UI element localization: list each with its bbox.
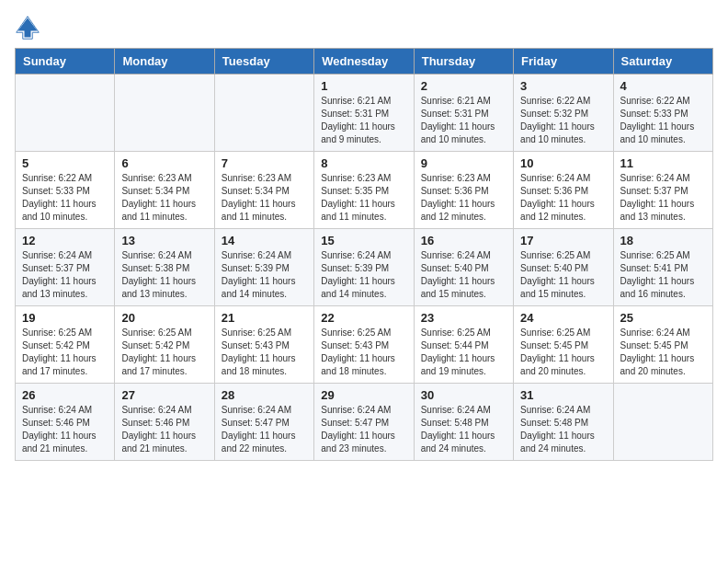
day-cell: 29Sunrise: 6:24 AM Sunset: 5:47 PM Dayli… <box>314 384 414 461</box>
day-number: 8 <box>321 156 406 170</box>
day-info: Sunrise: 6:25 AM Sunset: 5:43 PM Dayligh… <box>321 327 406 378</box>
header-day-sunday: Sunday <box>16 49 115 75</box>
day-cell: 21Sunrise: 6:25 AM Sunset: 5:43 PM Dayli… <box>214 306 313 384</box>
day-info: Sunrise: 6:24 AM Sunset: 5:39 PM Dayligh… <box>321 249 406 301</box>
day-info: Sunrise: 6:24 AM Sunset: 5:47 PM Dayligh… <box>222 404 307 455</box>
day-cell: 18Sunrise: 6:25 AM Sunset: 5:41 PM Dayli… <box>613 229 712 306</box>
day-cell: 24Sunrise: 6:25 AM Sunset: 5:45 PM Dayli… <box>514 306 613 384</box>
day-cell: 12Sunrise: 6:24 AM Sunset: 5:37 PM Dayli… <box>16 229 115 306</box>
day-cell: 6Sunrise: 6:23 AM Sunset: 5:34 PM Daylig… <box>115 152 214 229</box>
day-cell: 15Sunrise: 6:24 AM Sunset: 5:39 PM Dayli… <box>314 229 414 306</box>
day-info: Sunrise: 6:25 AM Sunset: 5:45 PM Dayligh… <box>520 327 606 378</box>
week-row-5: 26Sunrise: 6:24 AM Sunset: 5:46 PM Dayli… <box>16 384 713 461</box>
logo <box>15 15 44 40</box>
day-cell: 28Sunrise: 6:24 AM Sunset: 5:47 PM Dayli… <box>214 384 313 461</box>
day-cell <box>115 75 214 152</box>
day-number: 28 <box>222 388 307 402</box>
day-cell: 22Sunrise: 6:25 AM Sunset: 5:43 PM Dayli… <box>314 306 414 384</box>
day-number: 21 <box>222 311 307 325</box>
day-cell: 4Sunrise: 6:22 AM Sunset: 5:33 PM Daylig… <box>613 75 712 152</box>
day-number: 16 <box>421 234 506 247</box>
day-info: Sunrise: 6:24 AM Sunset: 5:48 PM Dayligh… <box>421 404 506 455</box>
day-number: 6 <box>121 156 207 170</box>
svg-marker-0 <box>18 18 38 38</box>
day-info: Sunrise: 6:24 AM Sunset: 5:47 PM Dayligh… <box>321 404 406 455</box>
day-number: 5 <box>22 156 108 170</box>
day-number: 27 <box>121 388 207 402</box>
day-info: Sunrise: 6:24 AM Sunset: 5:45 PM Dayligh… <box>620 327 706 378</box>
calendar-header: SundayMondayTuesdayWednesdayThursdayFrid… <box>16 49 713 75</box>
day-info: Sunrise: 6:22 AM Sunset: 5:33 PM Dayligh… <box>22 172 108 224</box>
day-info: Sunrise: 6:23 AM Sunset: 5:35 PM Dayligh… <box>321 172 406 224</box>
day-number: 23 <box>421 311 506 325</box>
day-cell <box>613 384 712 461</box>
week-row-4: 19Sunrise: 6:25 AM Sunset: 5:42 PM Dayli… <box>16 306 713 384</box>
day-info: Sunrise: 6:24 AM Sunset: 5:37 PM Dayligh… <box>22 249 108 301</box>
day-number: 1 <box>321 79 406 93</box>
day-info: Sunrise: 6:22 AM Sunset: 5:33 PM Dayligh… <box>620 95 706 146</box>
day-number: 24 <box>520 311 606 325</box>
day-number: 7 <box>222 156 307 170</box>
day-info: Sunrise: 6:24 AM Sunset: 5:46 PM Dayligh… <box>121 404 207 455</box>
day-cell <box>214 75 313 152</box>
day-info: Sunrise: 6:24 AM Sunset: 5:38 PM Dayligh… <box>121 249 207 301</box>
day-info: Sunrise: 6:24 AM Sunset: 5:46 PM Dayligh… <box>22 404 108 455</box>
day-number: 12 <box>22 234 108 247</box>
day-info: Sunrise: 6:25 AM Sunset: 5:42 PM Dayligh… <box>121 327 207 378</box>
day-number: 29 <box>321 388 406 402</box>
day-cell: 9Sunrise: 6:23 AM Sunset: 5:36 PM Daylig… <box>414 152 513 229</box>
week-row-3: 12Sunrise: 6:24 AM Sunset: 5:37 PM Dayli… <box>16 229 713 306</box>
day-cell: 19Sunrise: 6:25 AM Sunset: 5:42 PM Dayli… <box>16 306 115 384</box>
day-cell: 14Sunrise: 6:24 AM Sunset: 5:39 PM Dayli… <box>214 229 313 306</box>
day-info: Sunrise: 6:24 AM Sunset: 5:39 PM Dayligh… <box>222 249 307 301</box>
day-cell: 7Sunrise: 6:23 AM Sunset: 5:34 PM Daylig… <box>214 152 313 229</box>
day-info: Sunrise: 6:22 AM Sunset: 5:32 PM Dayligh… <box>520 95 606 146</box>
day-info: Sunrise: 6:24 AM Sunset: 5:36 PM Dayligh… <box>520 172 606 224</box>
day-number: 13 <box>121 234 207 247</box>
day-cell <box>16 75 115 152</box>
day-cell: 31Sunrise: 6:24 AM Sunset: 5:48 PM Dayli… <box>514 384 613 461</box>
calendar-body: 1Sunrise: 6:21 AM Sunset: 5:31 PM Daylig… <box>16 75 713 461</box>
day-number: 15 <box>321 234 406 247</box>
header-day-wednesday: Wednesday <box>314 49 414 75</box>
header-day-monday: Monday <box>115 49 214 75</box>
day-number: 26 <box>22 388 108 402</box>
logo-icon <box>15 15 40 40</box>
day-number: 20 <box>121 311 207 325</box>
day-cell: 27Sunrise: 6:24 AM Sunset: 5:46 PM Dayli… <box>115 384 214 461</box>
day-info: Sunrise: 6:23 AM Sunset: 5:34 PM Dayligh… <box>222 172 307 224</box>
day-number: 11 <box>620 156 706 170</box>
day-cell: 16Sunrise: 6:24 AM Sunset: 5:40 PM Dayli… <box>414 229 513 306</box>
day-info: Sunrise: 6:25 AM Sunset: 5:43 PM Dayligh… <box>222 327 307 378</box>
header-day-thursday: Thursday <box>414 49 513 75</box>
day-info: Sunrise: 6:21 AM Sunset: 5:31 PM Dayligh… <box>421 95 506 146</box>
day-number: 18 <box>620 234 706 247</box>
day-number: 30 <box>421 388 506 402</box>
day-number: 4 <box>620 79 706 93</box>
day-cell: 23Sunrise: 6:25 AM Sunset: 5:44 PM Dayli… <box>414 306 513 384</box>
week-row-2: 5Sunrise: 6:22 AM Sunset: 5:33 PM Daylig… <box>16 152 713 229</box>
day-cell: 2Sunrise: 6:21 AM Sunset: 5:31 PM Daylig… <box>414 75 513 152</box>
day-cell: 3Sunrise: 6:22 AM Sunset: 5:32 PM Daylig… <box>514 75 613 152</box>
day-info: Sunrise: 6:21 AM Sunset: 5:31 PM Dayligh… <box>321 95 406 146</box>
day-cell: 20Sunrise: 6:25 AM Sunset: 5:42 PM Dayli… <box>115 306 214 384</box>
day-cell: 1Sunrise: 6:21 AM Sunset: 5:31 PM Daylig… <box>314 75 414 152</box>
day-number: 25 <box>620 311 706 325</box>
day-number: 10 <box>520 156 606 170</box>
day-cell: 25Sunrise: 6:24 AM Sunset: 5:45 PM Dayli… <box>613 306 712 384</box>
day-number: 17 <box>520 234 606 247</box>
day-cell: 10Sunrise: 6:24 AM Sunset: 5:36 PM Dayli… <box>514 152 613 229</box>
day-info: Sunrise: 6:23 AM Sunset: 5:34 PM Dayligh… <box>121 172 207 224</box>
day-info: Sunrise: 6:25 AM Sunset: 5:44 PM Dayligh… <box>421 327 506 378</box>
page-header <box>15 15 713 40</box>
day-cell: 11Sunrise: 6:24 AM Sunset: 5:37 PM Dayli… <box>613 152 712 229</box>
day-number: 2 <box>421 79 506 93</box>
day-info: Sunrise: 6:24 AM Sunset: 5:40 PM Dayligh… <box>421 249 506 301</box>
day-cell: 13Sunrise: 6:24 AM Sunset: 5:38 PM Dayli… <box>115 229 214 306</box>
day-info: Sunrise: 6:25 AM Sunset: 5:40 PM Dayligh… <box>520 249 606 301</box>
header-day-friday: Friday <box>514 49 613 75</box>
day-cell: 30Sunrise: 6:24 AM Sunset: 5:48 PM Dayli… <box>414 384 513 461</box>
day-number: 19 <box>22 311 108 325</box>
week-row-1: 1Sunrise: 6:21 AM Sunset: 5:31 PM Daylig… <box>16 75 713 152</box>
day-info: Sunrise: 6:25 AM Sunset: 5:42 PM Dayligh… <box>22 327 108 378</box>
